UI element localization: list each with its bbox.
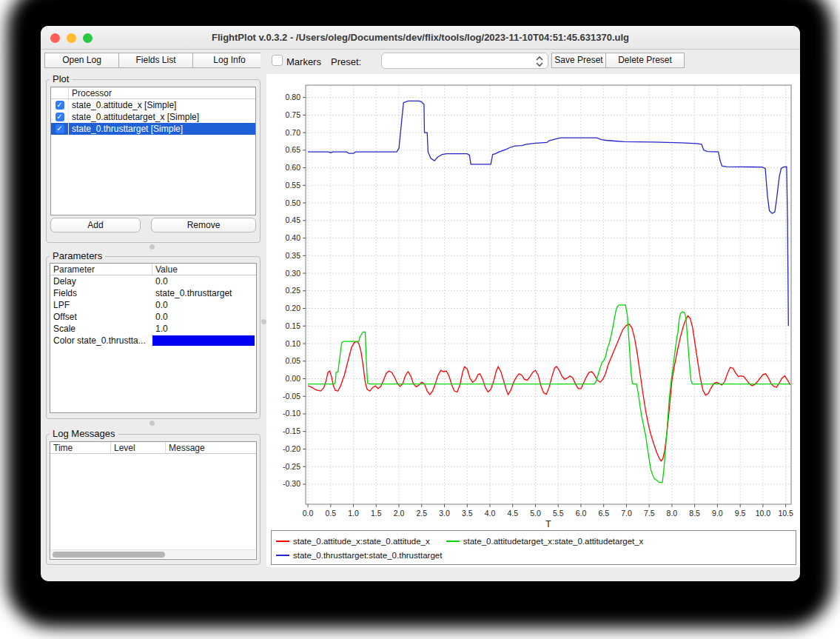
svg-text:8.5: 8.5 — [689, 509, 700, 518]
processor-list[interactable]: Processor ✓state_0.attitude_x [Simple]✓s… — [50, 87, 256, 215]
preset-select[interactable] — [381, 53, 548, 69]
legend-label: state_0.attitudetarget_x:state_0.attitud… — [463, 537, 644, 546]
series-state_0.thrusttarget — [308, 101, 788, 326]
remove-button[interactable]: Remove — [151, 218, 256, 232]
titlebar[interactable]: FlightPlot v.0.3.2 - /Users/oleg/Documen… — [41, 26, 800, 50]
scrollbar-thumb[interactable] — [53, 552, 165, 558]
parameter-row[interactable]: Delay0.0 — [50, 275, 256, 287]
combo-stepper-icon[interactable] — [535, 55, 544, 68]
svg-text:10.5: 10.5 — [778, 509, 793, 518]
svg-text:1.5: 1.5 — [371, 509, 382, 518]
time-column-label: Time — [50, 442, 111, 453]
processor-row-label: state_0.thrusttarget [Simple] — [69, 124, 183, 134]
processor-column-label: Processor — [69, 88, 112, 98]
svg-text:2.0: 2.0 — [394, 509, 405, 518]
svg-text:7.0: 7.0 — [621, 509, 632, 518]
row-checkbox[interactable]: ✓ — [56, 101, 64, 110]
level-column-label: Level — [111, 442, 166, 453]
fields-list-button[interactable]: Fields List — [118, 53, 193, 68]
processor-row[interactable]: ✓state_0.attitudetarget_x [Simple] — [51, 111, 255, 123]
chart-panel: 0.00.51.01.52.02.53.03.54.04.55.05.56.06… — [266, 74, 800, 567]
svg-text:0.45: 0.45 — [286, 215, 301, 224]
svg-text:0.60: 0.60 — [286, 163, 301, 172]
plot-group-title: Plot — [50, 73, 72, 84]
legend-label: state_0.attitude_x:state_0.attitude_x — [293, 537, 430, 546]
message-column-label: Message — [166, 443, 205, 453]
flight-chart[interactable]: 0.00.51.01.52.02.53.03.54.04.55.05.56.06… — [266, 74, 800, 530]
log-info-button[interactable]: Log Info — [192, 53, 266, 68]
parameter-row[interactable]: Scale1.0 — [50, 323, 256, 335]
save-preset-button[interactable]: Save Preset — [551, 53, 606, 68]
svg-text:-0.05: -0.05 — [283, 392, 300, 401]
svg-text:0.70: 0.70 — [286, 128, 301, 137]
svg-text:0.5: 0.5 — [326, 509, 337, 518]
processor-row[interactable]: ✓state_0.attitude_x [Simple] — [51, 99, 255, 111]
svg-text:0.05: 0.05 — [286, 356, 301, 365]
parameter-color-row[interactable]: Color state_0.thrustta... — [50, 335, 256, 347]
processor-row-label: state_0.attitude_x [Simple] — [69, 100, 176, 110]
legend-item: state_0.thrusttarget:state_0.thrusttarge… — [276, 551, 442, 560]
svg-text:1.0: 1.0 — [348, 509, 359, 518]
row-checkbox[interactable]: ✓ — [56, 113, 64, 121]
svg-text:0.80: 0.80 — [286, 93, 301, 101]
svg-text:10.0: 10.0 — [756, 509, 771, 518]
parameter-name: LPF — [50, 300, 152, 310]
svg-text:0.50: 0.50 — [286, 198, 301, 207]
parameter-value: 0.0 — [152, 300, 256, 310]
svg-text:2.5: 2.5 — [416, 509, 427, 518]
row-checkbox-cell: ✓ — [51, 123, 69, 135]
horizontal-scrollbar[interactable] — [51, 549, 255, 558]
parameters-table-header: Parameter Value — [50, 264, 256, 275]
parameter-row[interactable]: Fieldsstate_0.thrusttarget — [50, 287, 256, 299]
splitter-handle-top[interactable] — [149, 244, 155, 250]
parameter-column-label: Parameter — [50, 264, 152, 275]
add-button[interactable]: Add — [50, 218, 141, 232]
color-swatch[interactable] — [152, 335, 255, 346]
svg-text:4.0: 4.0 — [485, 509, 496, 518]
delete-preset-button[interactable]: Delete Preset — [605, 53, 685, 68]
parameters-group-title: Parameters — [50, 250, 105, 261]
value-column-label: Value — [152, 264, 256, 275]
screen-background: FlightPlot v.0.3.2 - /Users/oleg/Documen… — [0, 0, 840, 639]
open-log-button[interactable]: Open Log — [44, 53, 119, 68]
preset-label: Preset: — [331, 56, 361, 67]
svg-text:-0.20: -0.20 — [283, 444, 300, 453]
series-state_0.attitude_x — [308, 316, 790, 461]
window-title: FlightPlot v.0.3.2 - /Users/oleg/Documen… — [41, 32, 800, 43]
processor-list-header: Processor — [51, 87, 255, 99]
log-messages-header: Time Level Message — [50, 442, 256, 454]
log-messages-table[interactable]: Time Level Message — [50, 441, 257, 560]
svg-text:0.25: 0.25 — [286, 286, 301, 295]
splitter-handle-middle[interactable] — [149, 421, 155, 426]
series-state_0.attitudetarget_x — [308, 305, 790, 483]
parameter-row[interactable]: Offset0.0 — [50, 311, 256, 323]
legend-line-icon — [446, 541, 460, 542]
svg-text:0.0: 0.0 — [303, 509, 314, 518]
svg-text:0.15: 0.15 — [286, 321, 301, 330]
splitter-handle-right[interactable] — [261, 319, 266, 324]
svg-text:5.0: 5.0 — [530, 509, 541, 518]
row-checkbox-cell: ✓ — [51, 111, 69, 123]
parameter-value: 0.0 — [152, 312, 256, 322]
svg-text:9.0: 9.0 — [712, 509, 723, 518]
svg-text:0.75: 0.75 — [286, 110, 301, 119]
processor-row[interactable]: ✓state_0.thrusttarget [Simple] — [51, 123, 255, 135]
parameter-row[interactable]: LPF0.0 — [50, 299, 256, 311]
svg-text:0.30: 0.30 — [286, 269, 301, 278]
svg-text:-0.15: -0.15 — [283, 426, 300, 435]
markers-checkbox[interactable] — [272, 55, 283, 66]
svg-text:0.55: 0.55 — [286, 181, 301, 190]
parameter-name: Delay — [50, 276, 152, 287]
svg-text:4.5: 4.5 — [507, 509, 518, 518]
parameters-table[interactable]: Parameter Value Delay0.0Fieldsstate_0.th… — [50, 263, 257, 413]
parameter-name: Fields — [50, 288, 152, 298]
vertical-splitter[interactable] — [261, 50, 266, 581]
legend-item: state_0.attitudetarget_x:state_0.attitud… — [446, 537, 644, 546]
row-checkbox[interactable]: ✓ — [56, 124, 64, 133]
svg-text:7.5: 7.5 — [644, 509, 655, 518]
svg-text:0.00: 0.00 — [286, 374, 301, 383]
parameter-name: Scale — [50, 324, 152, 334]
legend-line-icon — [276, 555, 289, 556]
processor-row-label: state_0.attitudetarget_x [Simple] — [69, 112, 199, 122]
svg-text:-0.10: -0.10 — [283, 409, 300, 418]
